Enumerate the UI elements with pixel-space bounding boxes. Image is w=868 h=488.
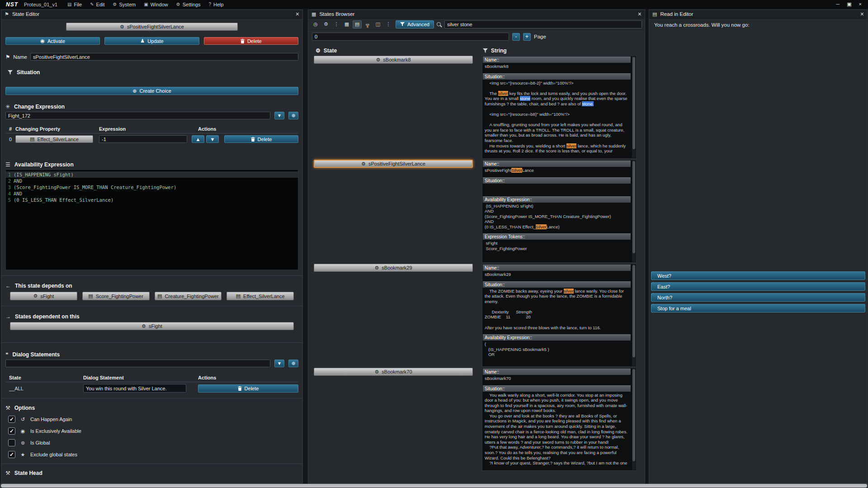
close-icon[interactable]: ×: [859, 1, 862, 7]
search-input[interactable]: [444, 20, 642, 28]
activate-button[interactable]: ◉ Activate: [5, 37, 100, 45]
page-minus-button[interactable]: -: [512, 33, 520, 41]
minimize-icon[interactable]: ─: [836, 1, 840, 7]
block-text: The ZOMBIE backs away, eyeing your silve…: [483, 289, 631, 331]
read-editor-titlebar: ▤ Read in Editor ×: [649, 10, 867, 19]
menu-system[interactable]: ⚙ System: [109, 1, 140, 8]
state-button-sbookmark70[interactable]: ⚙ sBookmark70: [314, 368, 473, 376]
preview-view-icon[interactable]: ◫: [373, 20, 382, 28]
scrollbar[interactable]: [632, 57, 636, 158]
states-browser-title: States Browser: [319, 11, 354, 17]
scrollbar-thumb[interactable]: [1, 484, 867, 488]
search-icon: [437, 22, 441, 26]
menu-window[interactable]: ▣ Window: [140, 1, 172, 8]
string-block[interactable]: Name:: sBookmark8 Situation:: <img src="…: [482, 56, 637, 159]
string-block[interactable]: Name:: sPositiveFightSilverLance Situati…: [482, 160, 637, 263]
dependency-creature-button[interactable]: ▤ Creature_FightingPower: [155, 292, 222, 300]
dialog-statement-input[interactable]: [83, 384, 186, 393]
target-icon[interactable]: ◎: [311, 20, 320, 28]
page-plus-button[interactable]: +: [523, 33, 531, 41]
block-header: Situation::: [483, 385, 631, 392]
kebab-menu-icon[interactable]: ⋮: [332, 20, 341, 28]
book-icon: ▤: [157, 293, 162, 299]
scrollbar[interactable]: [632, 265, 636, 366]
menu-file[interactable]: ▤ File: [64, 1, 85, 8]
current-state-button[interactable]: ⚙ sPositiveFightSilverLance: [66, 23, 238, 31]
menu-help[interactable]: ? Help: [205, 1, 227, 8]
availability-code-editor[interactable]: 1 (IS_HAPPENING sFight) 2 AND 3 (Score_F…: [5, 170, 298, 270]
star-icon: ★: [19, 452, 26, 458]
state-button-sbookmark29[interactable]: ⚙ sBookmark29: [314, 264, 473, 272]
dependency-sfight-button[interactable]: ⚙ sFight: [10, 292, 77, 300]
update-button[interactable]: ♟ Update: [104, 37, 199, 45]
dependency-score-button[interactable]: ▤ Score_FightingPower: [82, 292, 150, 300]
expression-selector[interactable]: Fight_172: [5, 112, 270, 119]
tree-view-icon[interactable]: ╦: [363, 20, 372, 28]
delete-row-button[interactable]: Delete: [224, 135, 298, 143]
delete-state-button[interactable]: Delete: [204, 37, 298, 45]
code-line: 4 AND: [6, 190, 298, 197]
close-icon[interactable]: ×: [860, 11, 864, 17]
code-line: 5 (0 IS_LESS_THAN Effect_SilverLance): [6, 197, 298, 203]
gear-icon: ⚙: [361, 161, 366, 167]
gear-icon[interactable]: ⚙: [321, 20, 330, 28]
checkbox[interactable]: [8, 439, 15, 446]
add-dialog-button[interactable]: ⊕: [288, 360, 298, 367]
expression-value-input[interactable]: [99, 135, 187, 143]
maximize-icon[interactable]: ▣: [847, 1, 851, 7]
checkbox[interactable]: ✓: [8, 451, 15, 458]
block-text: sBookmark29: [483, 272, 631, 277]
dependent-sfight-button[interactable]: ⚙ sFight: [10, 322, 294, 330]
string-block[interactable]: Name:: sBookmark70 Situation:: You walk …: [482, 368, 637, 471]
move-up-button[interactable]: ▲: [192, 135, 204, 143]
dialog-dropdown-button[interactable]: ▼: [274, 360, 284, 367]
kebab-menu-icon[interactable]: ⋮: [384, 20, 393, 28]
book-icon: ▤: [652, 11, 657, 17]
choice-stop-for-meal-button[interactable]: Stop for a meal: [651, 304, 865, 313]
chevron-down-icon: ▼: [277, 361, 282, 366]
name-input[interactable]: [30, 53, 298, 61]
circle-plus-icon: ⊕: [292, 113, 295, 118]
close-icon[interactable]: ×: [638, 11, 642, 17]
menu-edit[interactable]: ✎ Edit: [86, 1, 108, 8]
state-button-spositivefightsilverlance[interactable]: ⚙ sPositiveFightSilverLance: [314, 160, 473, 168]
string-block[interactable]: Name:: sBookmark29 Situation:: The ZOMBI…: [482, 264, 637, 367]
grid-view-icon[interactable]: ▦: [342, 20, 351, 28]
menu-file-label: File: [74, 2, 82, 7]
close-icon[interactable]: ×: [296, 11, 299, 17]
state-actions: ◉ Activate ♟ Update Delete: [5, 37, 298, 45]
delete-dialog-button[interactable]: Delete: [198, 384, 298, 393]
changing-property-button[interactable]: ▤ Effect_SilverLance: [15, 135, 93, 143]
state-button-sbookmark8[interactable]: ⚙ sBookmark8: [314, 56, 473, 64]
trash-icon: [251, 137, 255, 142]
block-text: sPositiveFightSilverLance: [483, 168, 631, 173]
gear-icon: ⚙: [376, 57, 380, 63]
choice-east-button[interactable]: East?: [651, 282, 865, 291]
dependents-title: States dependent on this: [15, 313, 80, 320]
choice-north-button[interactable]: North?: [651, 293, 865, 302]
change-expression-table-header: # Changing Property Expression Actions: [5, 126, 298, 133]
states-browser-titlebar: ▦ States Browser ×: [308, 10, 645, 19]
checkbox[interactable]: ✓: [8, 416, 15, 423]
story-prompt: You reach a crossroads. Will you now go:: [654, 22, 750, 28]
option-exclude-global: ✓ ★ Exclude global states: [5, 451, 298, 458]
table-view-icon[interactable]: ▤: [353, 20, 362, 28]
create-choice-button[interactable]: ⊕ Create Choice: [5, 87, 298, 95]
horizontal-scrollbar[interactable]: [0, 483, 868, 488]
dialog-selector[interactable]: [5, 360, 270, 367]
dependency-effect-button[interactable]: ▤ Effect_SilverLance: [226, 292, 294, 300]
page-input[interactable]: [312, 33, 509, 41]
choice-west-button[interactable]: West?: [651, 271, 865, 280]
add-expression-button[interactable]: ⊕: [288, 112, 298, 119]
menu-settings[interactable]: ⚙ Settings: [173, 1, 204, 8]
checkbox[interactable]: ✓: [8, 427, 15, 435]
scrollbar[interactable]: [632, 369, 636, 470]
trash-icon: [238, 386, 242, 391]
arrow-left-icon: ←: [5, 283, 11, 289]
advanced-filter-button[interactable]: Advanced: [396, 20, 434, 28]
book-icon: ▤: [88, 293, 93, 299]
browser-toolbar: ◎ ⚙ ⋮ ▦ ▤ ╦ ◫ ⋮ Advanced: [308, 19, 645, 30]
move-down-button[interactable]: ▼: [206, 135, 219, 143]
scrollbar[interactable]: [632, 161, 636, 262]
expression-dropdown-button[interactable]: ▼: [274, 112, 284, 119]
